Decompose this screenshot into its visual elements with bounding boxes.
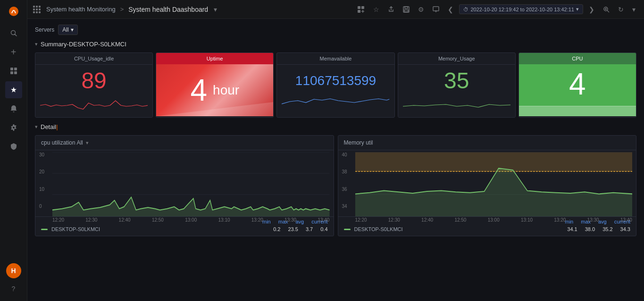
memavailable-card: Memavailable 11067513599 [276, 52, 394, 118]
svg-rect-6 [361, 6, 364, 9]
cpu-usage-idle-body: 89 [35, 65, 152, 117]
dashboard-dropdown-button[interactable]: ▾ [211, 4, 220, 15]
cpu-legend-vals: 0.2 23.5 3.7 0.4 [273, 226, 327, 232]
sidebar-item-alerts[interactable] [5, 100, 22, 117]
svg-point-0 [9, 7, 18, 16]
summary-toggle-icon: ▾ [35, 41, 38, 47]
cpu-current-val: 0.4 [320, 226, 327, 232]
cpu-chart-inner: 30 20 10 0 [39, 152, 330, 216]
time-range-icon: ⏱ [463, 7, 468, 12]
sidebar-item-help[interactable]: ? [5, 280, 22, 297]
svg-rect-1 [10, 68, 13, 70]
memory-usage-body: 35 [398, 65, 515, 117]
mem-legend-vals: 34.1 38.0 35.2 34.3 [567, 226, 630, 232]
mem-avg-val: 35.2 [602, 226, 612, 232]
detail-toggle-icon: ▾ [35, 124, 38, 130]
mem-legend-host: DESKTOP-S0LKMCI [354, 226, 403, 232]
cpu-value: 4 [569, 69, 586, 112]
svg-rect-2 [14, 68, 17, 70]
breadcrumb-parent: System health Monitoring [46, 6, 116, 13]
breadcrumb-current: System health Daashboard [128, 6, 208, 13]
time-range-picker[interactable]: ⏱ 2022-10-20 12:19:42 to 2022-10-20 13:4… [459, 4, 583, 14]
sidebar-item-explore[interactable] [5, 81, 22, 98]
cpu-chart-dropdown[interactable]: ▾ [86, 140, 89, 146]
cpu-chart-header: cpu utilization All ▾ [35, 136, 334, 150]
summary-section-header[interactable]: ▾ Summary-DESKTOP-S0LKMCI [35, 41, 636, 48]
cpu-chart-legend: DESKTOP-S0LKMCI 0.2 23.5 3.7 0.4 [41, 226, 328, 232]
sidebar-item-settings[interactable] [5, 119, 22, 136]
avatar[interactable]: H [6, 263, 21, 278]
cpu-card: CPU 4 [519, 52, 636, 118]
svg-rect-13 [433, 7, 439, 11]
sidebar-item-add[interactable]: + [5, 43, 22, 60]
topbar: System health Monitoring > System health… [27, 0, 644, 19]
detail-section-header[interactable]: ▾ Detail| [35, 123, 636, 130]
next-time-button[interactable]: ❯ [586, 4, 597, 15]
svg-rect-5 [358, 6, 360, 9]
memavailable-value: 11067513599 [295, 73, 376, 88]
cpu-min-val: 0.2 [273, 226, 280, 232]
apps-menu-icon[interactable] [33, 6, 41, 13]
mem-chart-x-axis: 12:20 12:30 12:40 12:50 13:00 13:10 13:2… [342, 216, 633, 224]
filter-value: All [62, 26, 68, 33]
memory-usage-value: 35 [444, 69, 469, 92]
memavailable-sparkline [282, 92, 389, 109]
svg-marker-20 [156, 102, 273, 116]
sidebar-item-shield[interactable] [5, 138, 22, 155]
svg-rect-25 [355, 152, 633, 172]
charts-row: cpu utilization All ▾ 30 20 10 0 [35, 135, 636, 236]
breadcrumb: System health Monitoring > System health… [33, 4, 351, 15]
uptime-unit: hour [213, 83, 239, 98]
cpu-chart-title: cpu utilization All [41, 139, 83, 146]
cpu-chart-panel: cpu utilization All ▾ 30 20 10 0 [35, 135, 334, 236]
detail-accent: | [56, 123, 58, 130]
uptime-body: 4 hour [156, 64, 273, 116]
refresh-button[interactable]: ↻ [615, 4, 627, 15]
topbar-actions: ☆ ⚙ ❮ ⏱ 2022-1 [354, 4, 638, 15]
memavailable-header: Memavailable [277, 53, 394, 65]
filter-bar: Servers All ▾ [35, 25, 636, 35]
cpu-legend-host: DESKTOP-S0LKMCI [51, 226, 100, 232]
sidebar-item-dashboards[interactable] [5, 62, 22, 79]
mem-chart-inner: 40 38 36 34 [342, 152, 633, 216]
stat-cards-row: CPU_Usage_idle 89 Uptime 4 hour [35, 52, 636, 118]
summary-title: Summary-DESKTOP-S0LKMCI [41, 41, 126, 48]
star-button[interactable]: ☆ [370, 4, 382, 15]
settings-button[interactable]: ⚙ [415, 4, 427, 15]
mem-min-val: 34.1 [567, 226, 577, 232]
cpu-avg-val: 3.7 [306, 226, 313, 232]
cpu-chart-body: 30 20 10 0 [35, 150, 334, 216]
filter-label: Servers [35, 26, 54, 33]
filter-dropdown[interactable]: All ▾ [58, 25, 77, 35]
mem-chart-y-axis: 40 38 36 34 [342, 152, 355, 216]
svg-rect-11 [405, 7, 408, 9]
mem-legend-color [344, 229, 351, 230]
detail-title: Detail| [41, 123, 58, 130]
memory-usage-card: Memory_Usage 35 [398, 52, 516, 118]
svg-rect-12 [404, 10, 408, 12]
mem-chart-area [355, 152, 633, 216]
cpu-header: CPU [519, 53, 636, 64]
breadcrumb-separator: > [120, 6, 124, 13]
prev-time-button[interactable]: ❮ [445, 4, 456, 15]
svg-rect-3 [10, 71, 13, 74]
monitor-button[interactable] [430, 4, 442, 15]
add-panel-button[interactable] [354, 4, 368, 15]
mem-max-val: 38.0 [585, 226, 595, 232]
cpu-usage-idle-value: 89 [81, 69, 106, 92]
save-button[interactable] [400, 4, 412, 15]
cpu-chart-area [52, 152, 330, 216]
time-range-caret: ▾ [576, 6, 579, 12]
share-button[interactable] [385, 4, 397, 15]
mem-chart-body: 40 38 36 34 [338, 150, 636, 216]
more-button[interactable]: ▾ [629, 4, 638, 15]
uptime-header: Uptime [156, 53, 273, 64]
app-logo[interactable] [6, 4, 21, 19]
cpu-usage-idle-header: CPU_Usage_idle [35, 53, 152, 65]
sidebar-item-search[interactable] [5, 25, 22, 42]
content-area: Servers All ▾ ▾ Summary-DESKTOP-S0LKMCI … [27, 19, 644, 301]
svg-rect-7 [358, 10, 360, 13]
zoom-button[interactable] [600, 4, 612, 15]
svg-line-17 [607, 10, 609, 12]
uptime-card: Uptime 4 hour [156, 52, 274, 118]
